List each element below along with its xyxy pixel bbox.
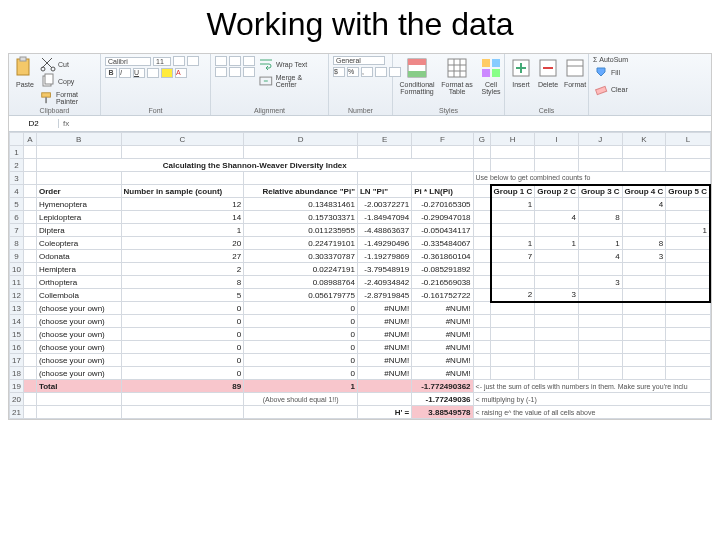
row-header[interactable]: 5	[10, 198, 24, 211]
cell-group[interactable]	[666, 263, 710, 276]
cell-order[interactable]: Lepidoptera	[36, 211, 121, 224]
cell-group[interactable]: 1	[666, 224, 710, 237]
name-box[interactable]: D2	[9, 119, 59, 128]
cell-group[interactable]: 4	[578, 250, 622, 263]
cell[interactable]	[244, 146, 358, 159]
cell-piln[interactable]: -0.050434117	[412, 224, 473, 237]
cell-group[interactable]	[535, 250, 579, 263]
col-header[interactable]: L	[666, 133, 710, 146]
font-name-select[interactable]: Calibri	[105, 57, 151, 66]
cell-piln[interactable]: #NUM!	[412, 302, 473, 315]
cell-piln[interactable]: -0.216569038	[412, 276, 473, 289]
cell-order[interactable]: Hymenoptera	[36, 198, 121, 211]
row-header[interactable]: 18	[10, 367, 24, 380]
cell-count[interactable]: 12	[121, 198, 244, 211]
row-header[interactable]: 17	[10, 354, 24, 367]
row-header[interactable]: 9	[10, 250, 24, 263]
cell-order[interactable]: (choose your own)	[36, 341, 121, 354]
cell-count[interactable]: 0	[121, 328, 244, 341]
cell[interactable]	[23, 172, 36, 185]
cell-ln[interactable]: -1.84947094	[357, 211, 411, 224]
cell[interactable]	[578, 159, 622, 172]
cell-piln[interactable]: #NUM!	[412, 328, 473, 341]
cell[interactable]	[535, 354, 579, 367]
cell-pi[interactable]: 0	[244, 354, 358, 367]
cell[interactable]	[491, 354, 535, 367]
cell[interactable]	[622, 146, 666, 159]
cell-group[interactable]: 8	[578, 211, 622, 224]
cell[interactable]	[491, 315, 535, 328]
cell-piln[interactable]: #NUM!	[412, 341, 473, 354]
delete-button[interactable]: Delete	[536, 56, 560, 88]
cell-pi[interactable]: 0	[244, 302, 358, 315]
cell-styles-button[interactable]: Cell Styles	[477, 56, 505, 95]
cell[interactable]	[578, 328, 622, 341]
cell-count[interactable]: 8	[121, 276, 244, 289]
cell-count[interactable]: 0	[121, 315, 244, 328]
underline-button[interactable]: U	[133, 68, 145, 78]
row-header[interactable]: 15	[10, 328, 24, 341]
cell[interactable]	[357, 146, 411, 159]
cell-group[interactable]	[578, 224, 622, 237]
cell-count[interactable]: 14	[121, 211, 244, 224]
cell[interactable]	[473, 146, 491, 159]
fx-icon[interactable]: fx	[59, 119, 73, 128]
cell-order[interactable]: Orthoptera	[36, 276, 121, 289]
align-top-button[interactable]	[215, 56, 227, 66]
cell[interactable]	[535, 341, 579, 354]
cell-group[interactable]	[622, 211, 666, 224]
cell[interactable]	[666, 367, 710, 380]
cell-ln[interactable]: #NUM!	[357, 367, 411, 380]
cell-pi[interactable]: 0	[244, 367, 358, 380]
cell-group[interactable]	[622, 289, 666, 302]
cell-order[interactable]: (choose your own)	[36, 315, 121, 328]
row-header[interactable]: 1	[10, 146, 24, 159]
cell-order[interactable]: (choose your own)	[36, 328, 121, 341]
font-size-select[interactable]: 11	[153, 57, 171, 66]
col-header[interactable]: A	[23, 133, 36, 146]
clear-button[interactable]: Clear	[593, 81, 628, 97]
cell-group[interactable]	[491, 276, 535, 289]
align-center-button[interactable]	[229, 67, 241, 77]
cell[interactable]	[491, 328, 535, 341]
cell-group[interactable]: 1	[535, 237, 579, 250]
cell[interactable]	[622, 328, 666, 341]
row-header[interactable]: 16	[10, 341, 24, 354]
cell-group[interactable]	[578, 198, 622, 211]
cell-pi[interactable]: 0.157303371	[244, 211, 358, 224]
cell[interactable]	[491, 146, 535, 159]
bold-button[interactable]: B	[105, 68, 117, 78]
cell[interactable]	[412, 172, 473, 185]
cell-ln[interactable]: -1.49290496	[357, 237, 411, 250]
cell-count[interactable]: 27	[121, 250, 244, 263]
cell[interactable]	[622, 367, 666, 380]
row-header[interactable]: 2	[10, 159, 24, 172]
cell[interactable]	[535, 328, 579, 341]
col-header[interactable]: G	[473, 133, 491, 146]
cell-ln[interactable]: #NUM!	[357, 354, 411, 367]
cell-group[interactable]: 3	[578, 276, 622, 289]
cell[interactable]	[357, 172, 411, 185]
cell-count[interactable]: 0	[121, 341, 244, 354]
cell-ln[interactable]: -4.48863637	[357, 224, 411, 237]
font-color-button[interactable]: A	[175, 68, 187, 78]
cell-pi[interactable]: 0.134831461	[244, 198, 358, 211]
cell-order[interactable]: (choose your own)	[36, 302, 121, 315]
cell[interactable]	[473, 159, 491, 172]
cell-group[interactable]	[666, 289, 710, 302]
paste-button[interactable]: Paste	[13, 56, 37, 88]
cell-ln[interactable]: -1.19279869	[357, 250, 411, 263]
row-header[interactable]: 13	[10, 302, 24, 315]
align-right-button[interactable]	[243, 67, 255, 77]
cell-group[interactable]	[622, 263, 666, 276]
cell-group[interactable]: 4	[622, 198, 666, 211]
conditional-formatting-button[interactable]: Conditional Formatting	[397, 56, 437, 95]
row-header[interactable]: 6	[10, 211, 24, 224]
cell-piln[interactable]: -0.270165305	[412, 198, 473, 211]
cell-ln[interactable]: #NUM!	[357, 328, 411, 341]
number-format-select[interactable]: General	[333, 56, 385, 65]
increase-decimal-button[interactable]	[375, 67, 387, 77]
cell-ln[interactable]: -3.79548919	[357, 263, 411, 276]
cell-piln[interactable]: -0.361860104	[412, 250, 473, 263]
cell[interactable]	[23, 146, 36, 159]
